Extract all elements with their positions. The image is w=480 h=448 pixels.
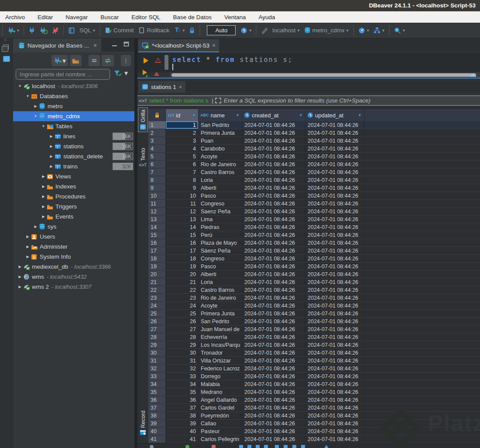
cell-created-at[interactable]: 2024-07-01 08:44:26	[242, 215, 305, 223]
menu-item-navegar[interactable]: Navegar	[65, 14, 88, 21]
sort-dropdown-icon[interactable]: ▼	[192, 113, 196, 117]
expand-arrow-icon[interactable]: ▶	[24, 255, 31, 259]
tree-item-stations_delete[interactable]: ▶stations_delete16K	[13, 151, 134, 161]
table-row[interactable]: 3838Pueyrredón2024-07-01 08:44:262024-07…	[148, 412, 480, 420]
row-number-cell[interactable]: 38	[148, 412, 166, 420]
sql-dropdown-button[interactable]: SQL▾	[77, 25, 97, 35]
row-number-cell[interactable]: 21	[148, 278, 166, 286]
row-number-cell[interactable]: 9	[148, 184, 166, 192]
expand-arrow-icon[interactable]: ▶	[24, 245, 31, 249]
cell-created-at[interactable]: 2024-07-01 08:44:26	[242, 412, 305, 420]
cell-updated-at[interactable]: 2024-07-01 08:44:26	[305, 176, 364, 184]
sql-code-line[interactable]: select * from stations s;	[172, 56, 293, 64]
open-sql-editor-button[interactable]	[66, 25, 77, 36]
cell-updated-at[interactable]: 2024-07-01 08:44:26	[305, 200, 364, 208]
table-row[interactable]: 1919Pasco2024-07-01 08:44:262024-07-01 0…	[148, 263, 480, 270]
cell-created-at[interactable]: 2024-07-01 08:44:26	[242, 278, 305, 286]
row-number-cell[interactable]: 4	[148, 145, 166, 153]
table-row[interactable]: 2222Castro Barros2024-07-01 08:44:262024…	[148, 286, 480, 294]
table-row[interactable]: 2525Primera Junta2024-07-01 08:44:262024…	[148, 310, 480, 318]
cell-updated-at[interactable]: 2024-07-01 08:44:26	[305, 427, 364, 435]
expand-arrow-icon[interactable]: ▶	[40, 195, 47, 198]
row-number-cell[interactable]: 13	[148, 215, 166, 223]
cell-id[interactable]: 41	[166, 435, 199, 443]
cell-created-at[interactable]: 2024-07-01 08:44:26	[242, 325, 305, 333]
tree-item-views[interactable]: ▶Views	[13, 171, 134, 181]
cell-updated-at[interactable]: 2024-07-01 08:44:26	[305, 294, 364, 302]
cell-updated-at[interactable]: 2024-07-01 08:44:26	[305, 129, 364, 137]
table-row[interactable]: 2020Alberti2024-07-01 08:44:262024-07-01…	[148, 270, 480, 278]
table-row[interactable]: 1111Congreso2024-07-01 08:44:262024-07-0…	[148, 200, 480, 208]
cell-created-at[interactable]: 2024-07-01 08:44:26	[242, 286, 305, 294]
tree-item-events[interactable]: ▶Events	[13, 212, 134, 222]
table-row[interactable]: 3131Villa Ortúzar2024-07-01 08:44:262024…	[148, 357, 480, 365]
close-icon[interactable]: ×	[212, 42, 216, 49]
cell-updated-at[interactable]: 2024-07-01 08:44:26	[305, 278, 364, 286]
table-row[interactable]: 1616Plaza de Mayo2024-07-01 08:44:262024…	[148, 239, 480, 247]
row-number-cell[interactable]: 7	[148, 168, 166, 176]
results-filter-bar[interactable]: <>T select * from stations s | Enter a S…	[137, 96, 480, 106]
transaction-filter-button[interactable]: ▾	[171, 25, 187, 36]
row-number-cell[interactable]: 1	[148, 121, 166, 129]
row-number-cell[interactable]: 24	[148, 302, 166, 310]
tree-item-users[interactable]: ▶Users	[13, 232, 134, 242]
cell-created-at[interactable]: 2024-07-01 08:44:26	[242, 373, 305, 380]
table-row[interactable]: 3434Malabia2024-07-01 08:44:262024-07-01…	[148, 380, 480, 388]
cell-id[interactable]: 34	[166, 380, 199, 388]
cell-id[interactable]: 7	[166, 168, 199, 176]
cell-created-at[interactable]: 2024-07-01 08:44:26	[242, 121, 305, 129]
cell-updated-at[interactable]: 2024-07-01 08:44:26	[305, 168, 364, 176]
disconnect-button[interactable]	[50, 25, 61, 36]
cell-updated-at[interactable]: 2024-07-01 08:44:26	[305, 373, 364, 380]
table-row[interactable]: 1515Perú2024-07-01 08:44:262024-07-01 08…	[148, 231, 480, 239]
cell-created-at[interactable]: 2024-07-01 08:44:26	[242, 380, 305, 388]
menu-item-editar[interactable]: Editar	[38, 14, 53, 21]
cell-updated-at[interactable]: 2024-07-01 08:44:26	[305, 153, 364, 161]
cell-name[interactable]: Medrano	[199, 388, 242, 396]
expand-arrow-icon[interactable]: ▶	[32, 104, 39, 108]
row-number-cell[interactable]: 3	[148, 137, 166, 145]
expand-arrow-icon[interactable]: ▶	[48, 164, 55, 168]
column-header-created_at[interactable]: created_at▼	[242, 109, 305, 121]
cell-id[interactable]: 1	[166, 121, 199, 129]
cell-id[interactable]: 20	[166, 270, 199, 278]
row-number-cell[interactable]: 27	[148, 325, 166, 333]
tree-item-tables[interactable]: ▼Tables	[13, 121, 134, 131]
database-selector[interactable]: metro_cdmx▾	[302, 25, 351, 35]
tab-results-stations[interactable]: stations 1 ×	[138, 81, 185, 92]
cell-name[interactable]: Malabia	[199, 380, 242, 388]
filter-settings-button[interactable]: ▾	[113, 69, 128, 77]
cell-id[interactable]: 11	[166, 200, 199, 208]
table-row[interactable]: 44Carabobo2024-07-01 08:44:262024-07-01 …	[148, 145, 480, 153]
clipped-toolbar-icon[interactable]	[239, 445, 243, 448]
rename-script-button[interactable]	[259, 25, 270, 36]
cell-updated-at[interactable]: 2024-07-01 08:44:26	[305, 247, 364, 255]
cell-name[interactable]: Piedras	[199, 223, 242, 231]
cell-id[interactable]: 13	[166, 215, 199, 223]
cell-name[interactable]: Pueyrredón	[199, 412, 242, 420]
table-row[interactable]: 3636Angel Gallardo2024-07-01 08:44:26202…	[148, 396, 480, 404]
table-row[interactable]: 22Primera Junta2024-07-01 08:44:262024-0…	[148, 129, 480, 137]
minimized-editor-icon[interactable]	[3, 56, 10, 62]
table-row[interactable]: 11San Pedrito2024-07-01 08:44:262024-07-…	[148, 121, 480, 129]
table-row[interactable]: 3939Callao2024-07-01 08:44:262024-07-01 …	[148, 420, 480, 427]
cell-id[interactable]: 39	[166, 420, 199, 427]
cell-updated-at[interactable]: 2024-07-01 08:44:26	[305, 357, 364, 365]
row-number-cell[interactable]: 12	[148, 208, 166, 215]
tree-item-databases[interactable]: ▼Databases	[13, 91, 134, 101]
cell-created-at[interactable]: 2024-07-01 08:44:26	[242, 255, 305, 263]
tree-item-localhost[interactable]: ▼localhost- localhost:3306	[13, 81, 134, 91]
cell-updated-at[interactable]: 2024-07-01 08:44:26	[305, 239, 364, 247]
cell-id[interactable]: 32	[166, 365, 199, 373]
column-header-name[interactable]: ABCname▼	[199, 109, 242, 121]
row-number-cell[interactable]: 26	[148, 318, 166, 325]
row-number-cell[interactable]: 22	[148, 286, 166, 294]
connection-selector[interactable]: localhost▾	[270, 25, 302, 35]
expand-arrow-icon[interactable]: ▶	[17, 275, 23, 279]
cell-name[interactable]: Rio de Janeiro	[199, 294, 242, 302]
cell-updated-at[interactable]: 2024-07-01 08:44:26	[305, 396, 364, 404]
cell-updated-at[interactable]: 2024-07-01 08:44:26	[305, 231, 364, 239]
cell-created-at[interactable]: 2024-07-01 08:44:26	[242, 357, 305, 365]
row-number-cell[interactable]: 34	[148, 380, 166, 388]
row-number-cell[interactable]: 41	[148, 435, 166, 443]
